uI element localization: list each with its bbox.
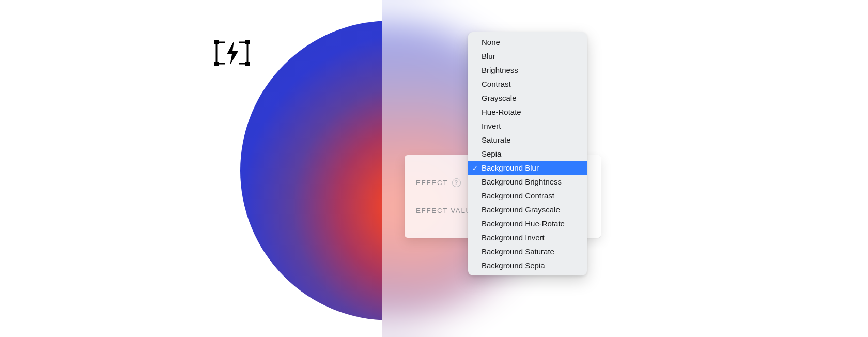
check-icon: ✓ (472, 164, 478, 171)
svg-rect-6 (245, 62, 250, 66)
menu-item-label: Background Sepia (482, 261, 545, 270)
menu-item-label: Grayscale (482, 94, 517, 102)
menu-item[interactable]: Contrast (468, 77, 587, 91)
effect-label: EFFECT ? (416, 178, 461, 187)
menu-item[interactable]: Hue-Rotate (468, 105, 587, 119)
menu-item[interactable]: Background Invert (468, 231, 587, 244)
menu-item[interactable]: Background Grayscale (468, 203, 587, 217)
menu-item-label: Invert (482, 121, 501, 130)
svg-rect-1 (214, 62, 219, 66)
help-icon[interactable]: ? (452, 178, 461, 187)
svg-rect-0 (214, 40, 219, 44)
menu-item-label: Brightness (482, 66, 518, 74)
menu-item[interactable]: Background Contrast (468, 189, 587, 203)
menu-item-label: Background Saturate (482, 247, 554, 256)
menu-item-label: Background Grayscale (482, 205, 560, 214)
menu-item[interactable]: Blur (468, 49, 587, 63)
white-cover (610, 0, 868, 337)
menu-item-label: Background Brightness (482, 177, 562, 186)
menu-item-label: Contrast (482, 80, 511, 88)
effect-label-text: EFFECT (416, 179, 448, 187)
menu-item[interactable]: Invert (468, 119, 587, 133)
menu-item[interactable]: ✓Background Blur (468, 161, 587, 175)
effect-dropdown-menu[interactable]: NoneBlurBrightnessContrastGrayscaleHue-R… (468, 32, 587, 275)
menu-item[interactable]: Background Brightness (468, 175, 587, 189)
menu-item-label: Background Invert (482, 233, 545, 242)
menu-item-label: Hue-Rotate (482, 108, 521, 116)
menu-item[interactable]: Saturate (468, 133, 587, 147)
menu-item[interactable]: Background Hue-Rotate (468, 217, 587, 231)
menu-item-label: Background Hue-Rotate (482, 219, 565, 228)
menu-item-label: None (482, 38, 500, 47)
menu-item-label: Background Contrast (482, 191, 554, 200)
menu-item-label: Blur (482, 52, 495, 60)
menu-item[interactable]: None (468, 35, 587, 49)
menu-item-label: Sepia (482, 149, 501, 158)
menu-item[interactable]: Background Saturate (468, 244, 587, 258)
svg-rect-5 (245, 40, 250, 44)
app-logo-icon (213, 39, 251, 67)
stage: EFFECT ? EFFECT VALUE NoneBlurBrightness… (0, 0, 868, 337)
menu-item[interactable]: Sepia (468, 147, 587, 161)
menu-item[interactable]: Grayscale (468, 91, 587, 105)
menu-item[interactable]: Background Sepia (468, 258, 587, 272)
menu-item-label: Saturate (482, 135, 511, 144)
menu-item-label: Background Blur (482, 163, 539, 172)
menu-item[interactable]: Brightness (468, 63, 587, 77)
